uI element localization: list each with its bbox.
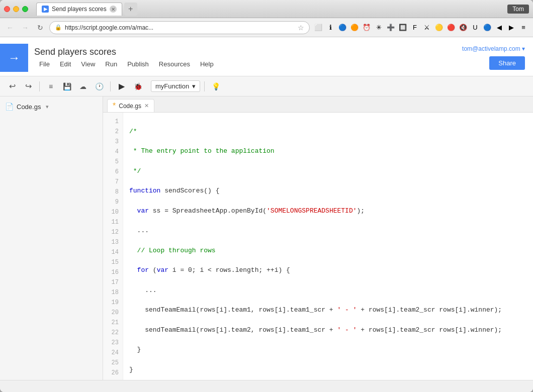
page-title: Send players scores bbox=[34, 47, 448, 57]
sidebar-dropdown-icon: ▾ bbox=[46, 104, 49, 110]
code-line-11: sendTeamEmail(rows[i].team2, rows[i].tea… bbox=[129, 325, 533, 335]
forward-button[interactable]: → bbox=[19, 22, 31, 34]
code-line-10: sendTeamEmail(rows[i].team1, rows[i].tea… bbox=[129, 305, 533, 315]
app-header-right: tom@activelamp.com ▾ Share bbox=[454, 41, 533, 74]
line-numbers: 1 2 3 4 5 6 7 8 9 10 11 12 13 14 15 16 1 bbox=[103, 113, 123, 380]
code-line-9: ... bbox=[129, 285, 533, 296]
toolbar-divider-1 bbox=[39, 81, 40, 91]
back2-icon[interactable]: ◀ bbox=[494, 22, 505, 33]
tab-icon: ▶ bbox=[42, 6, 49, 13]
run-button[interactable]: ▶ bbox=[115, 79, 129, 93]
bulb-button[interactable]: 💡 bbox=[209, 79, 223, 93]
tab-label: Send players scores bbox=[52, 6, 107, 13]
info-icon[interactable]: ℹ bbox=[325, 22, 336, 33]
main-window: ▶ Send players scores ✕ + Tom ← → ↻ 🔒 ht… bbox=[0, 0, 533, 392]
address-bar[interactable]: 🔒 https://script.google.com/a/mac... ☆ bbox=[49, 21, 310, 34]
app-title-row: → Send players scores File Edit View Run… bbox=[0, 37, 533, 76]
editor-tab-close[interactable]: ✕ bbox=[144, 103, 149, 109]
bookmark-icon[interactable]: ☆ bbox=[298, 24, 304, 32]
menu-view[interactable]: View bbox=[76, 59, 100, 69]
cloud-button[interactable]: ☁ bbox=[76, 79, 90, 93]
ext3-icon[interactable]: ⏰ bbox=[361, 22, 372, 33]
toolbar: ↩ ↪ ≡ 💾 ☁ 🕐 ▶ 🐞 myFunction ▾ 💡 bbox=[0, 76, 533, 96]
code-text[interactable]: /* * The entry point to the application … bbox=[123, 113, 533, 380]
ext2-icon[interactable]: 🟠 bbox=[349, 22, 360, 33]
file-icon: 📄 bbox=[5, 103, 14, 111]
code-line-13: } bbox=[129, 365, 533, 375]
code-line-7: // Loop through rows bbox=[129, 246, 533, 256]
new-tab-button[interactable]: + bbox=[124, 3, 137, 16]
format-button[interactable]: ≡ bbox=[44, 79, 58, 93]
code-line-12: } bbox=[129, 345, 533, 355]
code-line-1: /* bbox=[129, 127, 533, 137]
ext12-icon[interactable]: 🔵 bbox=[482, 22, 493, 33]
ext11-icon[interactable]: U bbox=[470, 22, 481, 33]
traffic-lights bbox=[4, 6, 28, 12]
refresh-button[interactable]: ↻ bbox=[34, 22, 46, 34]
clock-button[interactable]: 🕐 bbox=[92, 79, 106, 93]
code-line-4: function sendScores() { bbox=[129, 186, 533, 196]
navigation-bar: ← → ↻ 🔒 https://script.google.com/a/mac.… bbox=[0, 18, 533, 37]
menu-resources[interactable]: Resources bbox=[154, 59, 195, 69]
user-email[interactable]: tom@activelamp.com ▾ bbox=[462, 45, 525, 52]
code-editor[interactable]: 1 2 3 4 5 6 7 8 9 10 11 12 13 14 15 16 1 bbox=[103, 113, 533, 380]
fullscreen-button[interactable] bbox=[22, 6, 28, 12]
redo-button[interactable]: ↪ bbox=[21, 79, 35, 93]
address-text: https://script.google.com/a/mac... bbox=[65, 24, 295, 31]
undo-button[interactable]: ↩ bbox=[5, 79, 19, 93]
menu-bar: File Edit View Run Publish Resources Hel… bbox=[34, 59, 448, 69]
code-line-5: var ss = SpreadsheetApp.openById('SOMELO… bbox=[129, 206, 533, 216]
menu-run[interactable]: Run bbox=[100, 59, 122, 69]
menu-icon[interactable]: ≡ bbox=[518, 22, 529, 33]
ext8-icon[interactable]: ⚔ bbox=[421, 22, 432, 33]
ext4-icon[interactable]: ✳ bbox=[373, 22, 384, 33]
debug-button[interactable]: 🐞 bbox=[131, 79, 145, 93]
function-name: myFunction bbox=[155, 82, 189, 90]
minimize-button[interactable] bbox=[13, 6, 19, 12]
lock-icon: 🔒 bbox=[55, 24, 62, 31]
app-header: → Send players scores File Edit View Run… bbox=[0, 37, 533, 76]
function-selector[interactable]: myFunction ▾ bbox=[151, 80, 200, 92]
ext7-icon[interactable]: F bbox=[409, 22, 420, 33]
ext10-icon[interactable]: 🔴 bbox=[446, 22, 457, 33]
share-button[interactable]: Share bbox=[489, 56, 525, 70]
title-bar: ▶ Send players scores ✕ + Tom bbox=[0, 0, 533, 18]
toolbar-divider-3 bbox=[204, 81, 205, 91]
ext5-icon[interactable]: ➕ bbox=[385, 22, 396, 33]
close-button[interactable] bbox=[4, 6, 10, 12]
editor-tabs: * Code.gs ✕ bbox=[103, 96, 533, 113]
menu-edit[interactable]: Edit bbox=[55, 59, 76, 69]
file-sidebar: 📄 Code.gs ▾ bbox=[0, 96, 103, 380]
save-button[interactable]: 💾 bbox=[60, 79, 74, 93]
ext6-icon[interactable]: 🔲 bbox=[397, 22, 408, 33]
active-tab[interactable]: ▶ Send players scores ✕ bbox=[36, 3, 122, 16]
ext9-icon[interactable]: 🟡 bbox=[433, 22, 445, 33]
main-content: 📄 Code.gs ▾ * Code.gs ✕ 1 2 3 4 bbox=[0, 96, 533, 380]
menu-publish[interactable]: Publish bbox=[122, 59, 154, 69]
sidebar-file-item[interactable]: 📄 Code.gs ▾ bbox=[0, 101, 103, 113]
app-logo-icon: → bbox=[8, 51, 20, 65]
code-line-8: for (var i = 0; i < rows.length; ++i) { bbox=[129, 265, 533, 275]
status-bar bbox=[0, 380, 533, 392]
dropdown-icon: ▾ bbox=[192, 82, 196, 90]
tab-close-button[interactable]: ✕ bbox=[110, 6, 117, 13]
menu-file[interactable]: File bbox=[34, 59, 55, 69]
app-title-content: Send players scores File Edit View Run P… bbox=[28, 45, 454, 71]
modified-dot: * bbox=[113, 102, 116, 110]
editor-tab-code[interactable]: * Code.gs ✕ bbox=[107, 99, 154, 112]
code-line-2: * The entry point to the application bbox=[129, 146, 533, 156]
browser-extensions: ⬜ ℹ 🔵 🟠 ⏰ ✳ ➕ 🔲 F ⚔ 🟡 🔴 🔇 U 🔵 ◀ ▶ ≡ bbox=[313, 22, 529, 33]
toolbar-divider-2 bbox=[110, 81, 111, 91]
code-line-6: ... bbox=[129, 226, 533, 236]
mute-icon[interactable]: 🔇 bbox=[458, 22, 469, 33]
user-name-badge: Tom bbox=[507, 5, 529, 14]
ext1-icon[interactable]: 🔵 bbox=[337, 22, 348, 33]
menu-help[interactable]: Help bbox=[195, 59, 219, 69]
fwd2-icon[interactable]: ▶ bbox=[506, 22, 517, 33]
editor-area: * Code.gs ✕ 1 2 3 4 5 6 7 8 9 10 11 bbox=[103, 96, 533, 380]
editor-tab-name: Code.gs bbox=[119, 103, 141, 110]
sidebar-file-name: Code.gs bbox=[17, 103, 41, 111]
code-line-3: */ bbox=[129, 166, 533, 176]
back-button[interactable]: ← bbox=[4, 22, 16, 34]
cast-icon[interactable]: ⬜ bbox=[313, 22, 324, 33]
